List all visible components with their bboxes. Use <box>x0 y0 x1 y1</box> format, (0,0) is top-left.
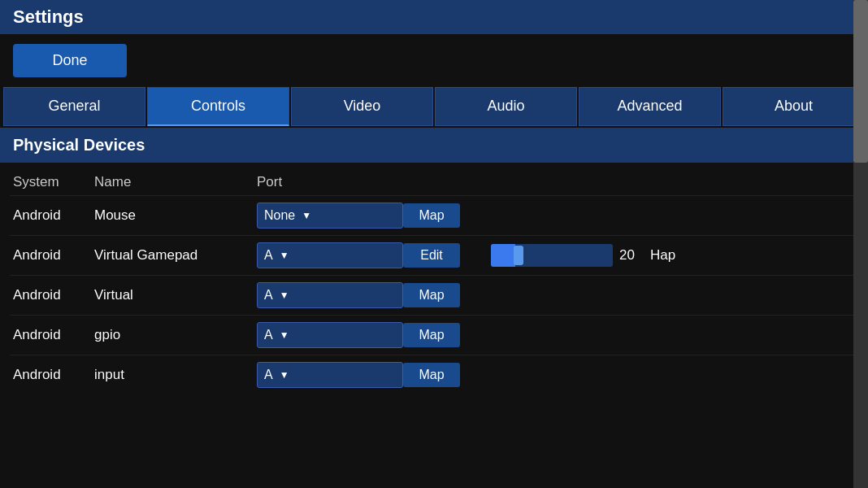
port-value-4: A <box>264 368 273 382</box>
port-dropdown-2[interactable]: A▼ <box>257 282 403 308</box>
action-btn-3[interactable]: Map <box>403 323 460 347</box>
device-action-col-3: Map <box>403 323 484 347</box>
action-btn-4[interactable]: Map <box>403 363 460 387</box>
col-system-header: System <box>13 174 94 190</box>
device-action-col-4: Map <box>403 363 484 387</box>
haptic-fill-1 <box>491 244 515 267</box>
action-btn-2[interactable]: Map <box>403 283 460 307</box>
device-port-col-0: None▼ <box>257 203 403 229</box>
device-row-3: AndroidgpioA▼Map <box>10 315 858 355</box>
haptic-slider-1[interactable] <box>491 244 613 267</box>
tab-advanced[interactable]: Advanced <box>579 87 721 126</box>
device-action-col-1: Edit <box>403 243 484 268</box>
device-port-col-3: A▼ <box>257 322 403 348</box>
title-bar: Settings <box>0 0 868 34</box>
title-text: Settings <box>13 7 84 27</box>
device-action-col-2: Map <box>403 283 484 307</box>
tab-about[interactable]: About <box>723 87 865 126</box>
device-name-4: input <box>94 367 257 383</box>
dropdown-arrow-2: ▼ <box>280 290 289 301</box>
device-row-0: AndroidMouseNone▼Map <box>10 195 858 235</box>
port-dropdown-1[interactable]: A▼ <box>257 242 403 268</box>
port-value-0: None <box>264 208 295 223</box>
dropdown-arrow-0: ▼ <box>302 210 311 221</box>
device-name-1: Virtual Gamepad <box>94 247 257 264</box>
tab-controls[interactable]: Controls <box>147 87 289 126</box>
port-dropdown-3[interactable]: A▼ <box>257 322 403 348</box>
tabs-row: GeneralControlsVideoAudioAdvancedAbout <box>0 87 868 126</box>
device-system-2: Android <box>13 287 94 303</box>
device-system-4: Android <box>13 367 94 383</box>
port-value-2: A <box>264 288 273 303</box>
device-rows-container: AndroidMouseNone▼MapAndroidVirtual Gamep… <box>10 195 858 394</box>
port-dropdown-4[interactable]: A▼ <box>257 362 403 388</box>
scrollbar-thumb[interactable] <box>853 0 868 163</box>
haptic-value-1: 20 <box>619 247 644 264</box>
done-row: Done <box>0 34 868 87</box>
device-name-0: Mouse <box>94 207 257 224</box>
device-port-col-2: A▼ <box>257 282 403 308</box>
device-system-0: Android <box>13 207 94 224</box>
col-port-header: Port <box>257 174 403 190</box>
action-btn-0[interactable]: Map <box>403 203 460 228</box>
done-button[interactable]: Done <box>13 44 127 77</box>
device-name-3: gpio <box>94 327 257 343</box>
haptic-container-1: 20Hap <box>484 244 855 267</box>
port-value-3: A <box>264 328 273 342</box>
tab-general[interactable]: General <box>3 87 145 126</box>
dropdown-arrow-1: ▼ <box>280 250 289 261</box>
port-value-1: A <box>264 248 273 263</box>
device-table: System Name Port AndroidMouseNone▼MapAnd… <box>0 169 868 394</box>
action-btn-1[interactable]: Edit <box>403 243 460 268</box>
device-row-4: AndroidinputA▼Map <box>10 355 858 394</box>
device-port-col-1: A▼ <box>257 242 403 268</box>
port-dropdown-0[interactable]: None▼ <box>257 203 403 229</box>
device-row-1: AndroidVirtual GamepadA▼Edit20Hap <box>10 235 858 275</box>
table-header-row: System Name Port <box>10 169 858 195</box>
device-system-3: Android <box>13 327 94 343</box>
device-system-1: Android <box>13 247 94 264</box>
dropdown-arrow-4: ▼ <box>280 369 289 381</box>
haptic-label-1: Hap <box>650 247 675 264</box>
tab-audio[interactable]: Audio <box>435 87 577 126</box>
dropdown-arrow-3: ▼ <box>280 329 289 341</box>
device-action-col-0: Map <box>403 203 484 228</box>
device-port-col-4: A▼ <box>257 362 403 388</box>
device-row-2: AndroidVirtualA▼Map <box>10 275 858 315</box>
device-name-2: Virtual <box>94 287 257 303</box>
section-header: Physical Devices <box>0 128 868 163</box>
tab-video[interactable]: Video <box>291 87 433 126</box>
haptic-thumb-1[interactable] <box>514 246 523 265</box>
scrollbar[interactable] <box>853 0 868 488</box>
col-name-header: Name <box>94 174 257 190</box>
